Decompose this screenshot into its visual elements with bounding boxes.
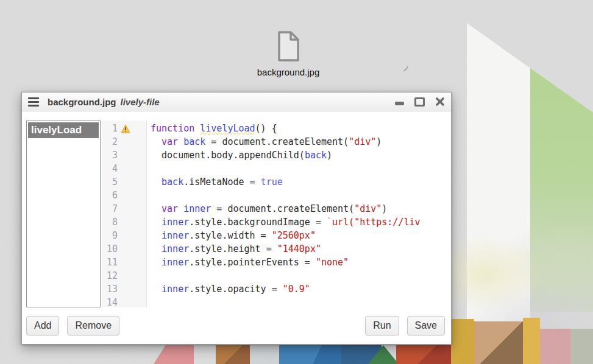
wallpaper-strip-blue (279, 345, 341, 364)
code-line-14[interactable] (151, 296, 451, 307)
token-pl (151, 136, 162, 147)
gutter-line-5: 5 (102, 175, 146, 189)
code-line-13[interactable]: inner.style.opacity = "0.9" (151, 282, 451, 296)
token-id: inner (162, 257, 189, 268)
gutter-line-7: 7 (102, 202, 146, 215)
wallpaper-strip-brown (216, 345, 251, 364)
line-number: 12 (102, 270, 118, 281)
token-pl (151, 217, 162, 228)
line-number: 2 (102, 136, 118, 147)
editor-code-area[interactable]: function livelyLoad() { var back = docum… (147, 121, 451, 307)
code-line-6[interactable] (151, 189, 451, 202)
wallpaper-corner-gold2 (523, 318, 540, 364)
token-pl (194, 123, 200, 134)
token-str: "0.9" (283, 284, 310, 295)
wallpaper-strip-pink (154, 345, 194, 364)
token-str: "div" (354, 203, 382, 214)
window-subtitle: lively-file (121, 97, 160, 107)
token-str: "div" (349, 136, 376, 147)
code-line-3[interactable]: document.body.appendChild(back) (151, 149, 451, 162)
token-id: inner (162, 230, 189, 241)
token-id: inner (162, 243, 189, 254)
line-number: 8 (102, 217, 118, 228)
wallpaper-corner-gold (451, 319, 474, 364)
token-pl: .style.width = (189, 230, 271, 241)
line-number: 11 (102, 257, 118, 268)
token-kw: var (162, 203, 178, 214)
gutter-line-9: 9 (102, 229, 146, 242)
token-bool: true (261, 177, 283, 187)
window-menu-icon[interactable] (28, 97, 39, 107)
footer-right-buttons: RunSave (365, 316, 445, 335)
token-warnid: livelyLoad (200, 123, 255, 134)
code-line-9[interactable]: inner.style.width = "2560px" (151, 229, 451, 242)
token-kw: function (151, 123, 194, 134)
token-str: "1440px" (277, 243, 321, 254)
save-button[interactable]: Save (407, 316, 445, 335)
token-pl: = document.createElement( (211, 203, 354, 214)
gutter-line-14: 14 (102, 296, 146, 307)
gutter-line-8: 8 (102, 215, 146, 229)
maximize-icon (414, 97, 425, 107)
wallpaper-scratch-mark (402, 65, 411, 73)
code-line-4[interactable] (151, 162, 451, 175)
token-id: back (162, 177, 183, 187)
line-number: 9 (102, 230, 118, 241)
token-id: inner (162, 284, 189, 295)
gutter-line-2: 2 (102, 135, 146, 149)
desktop-file-background-jpg[interactable]: background.jpg (243, 30, 334, 77)
window-titlebar[interactable]: background.jpg lively-file (22, 93, 451, 111)
code-line-2[interactable]: var back = document.createElement("div") (151, 135, 451, 149)
code-line-8[interactable]: inner.style.backgroundImage = `url("http… (151, 215, 451, 229)
token-pl: document.body.appendChild( (151, 150, 305, 161)
desktop: background.jpg background.jpg lively-fil… (0, 0, 593, 364)
minimize-button[interactable] (395, 98, 404, 105)
token-str: "none" (316, 257, 349, 268)
close-icon (435, 97, 445, 107)
gutter-line-3: 3 (102, 149, 146, 162)
token-pl: ) (376, 136, 382, 147)
desktop-file-label: background.jpg (243, 67, 334, 77)
maximize-button[interactable] (414, 97, 425, 107)
wallpaper-corner-pink (540, 329, 570, 364)
line-number: 6 (102, 190, 118, 201)
token-pl: ) (327, 150, 332, 161)
line-number: 3 (102, 150, 118, 161)
code-line-10[interactable]: inner.style.height = "1440px" (151, 242, 451, 256)
token-pl: ) (382, 203, 387, 214)
code-line-7[interactable]: var inner = document.createElement("div"… (151, 202, 451, 215)
line-number: 5 (102, 177, 118, 187)
close-button[interactable] (435, 97, 445, 107)
code-line-5[interactable]: back.isMetaNode = true (151, 175, 451, 189)
token-str: "2560px" (272, 230, 316, 241)
line-number: 13 (102, 284, 118, 295)
line-number: 7 (102, 203, 118, 214)
code-editor[interactable]: 1 234567891011121314 function livelyLoad… (102, 121, 451, 307)
code-line-1[interactable]: function livelyLoad() { (151, 122, 451, 135)
token-pl (151, 203, 162, 214)
add-button[interactable]: Add (26, 316, 59, 335)
remove-button[interactable]: Remove (67, 316, 119, 335)
line-number: 4 (102, 163, 118, 174)
code-line-12[interactable] (151, 269, 451, 282)
window-footer: AddRemove RunSave (26, 315, 445, 337)
wallpaper-corner-tan (474, 321, 523, 364)
run-button[interactable]: Run (365, 316, 399, 335)
token-pl: .style.height = (189, 243, 277, 254)
token-pl: .style.opacity = (189, 284, 283, 295)
gutter-line-12: 12 (102, 269, 146, 282)
list-item-livelyLoad[interactable]: livelyLoad (28, 122, 99, 138)
line-number: 10 (102, 243, 118, 254)
token-pl (151, 257, 162, 268)
token-str: url("https://liv (332, 217, 421, 228)
warning-icon (121, 124, 130, 133)
token-tick: ` (327, 217, 332, 228)
token-pl: () { (255, 123, 277, 134)
token-id: inner (162, 217, 189, 228)
token-id: inner (183, 203, 211, 214)
wallpaper-strip-gray (250, 345, 279, 364)
gutter-line-11: 11 (102, 256, 146, 269)
token-pl: .isMetaNode = (183, 177, 260, 187)
code-line-11[interactable]: inner.style.pointerEvents = "none" (151, 256, 451, 269)
editor-gutter: 1 234567891011121314 (102, 121, 147, 307)
